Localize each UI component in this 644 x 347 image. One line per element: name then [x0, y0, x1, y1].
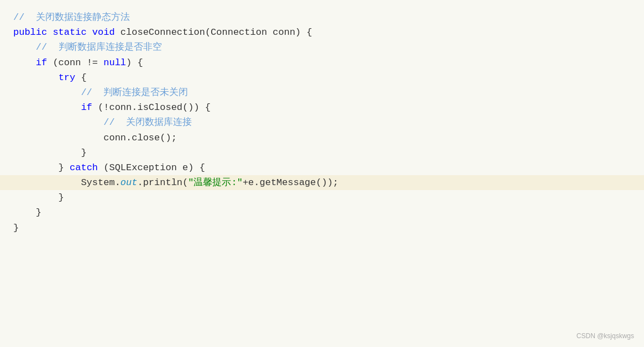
code-token: }	[13, 160, 70, 175]
code-token: void	[92, 25, 115, 40]
code-token: // 关闭数据连接静态方法	[13, 10, 130, 25]
code-line: public static void closeConnection(Conne…	[13, 25, 631, 40]
code-token: if	[81, 100, 92, 115]
code-token: // 判断连接是否未关闭	[13, 85, 188, 100]
code-line: try {	[13, 70, 631, 85]
code-token: static	[53, 25, 86, 40]
code-line: }	[13, 190, 631, 205]
code-token: +e.getMessage());	[243, 175, 338, 190]
code-token: // 关闭数据库连接	[13, 115, 192, 130]
code-line: System.out.println("温馨提示:"+e.getMessage(…	[0, 175, 644, 190]
code-lines: // 关闭数据连接静态方法public static void closeCon…	[13, 10, 631, 235]
code-token: ) {	[126, 55, 143, 70]
code-line: } catch (SQLException e) {	[13, 160, 631, 175]
code-line: }	[13, 205, 631, 220]
code-token	[13, 100, 81, 115]
code-token: "温馨提示:"	[188, 175, 243, 190]
code-token: if	[36, 55, 47, 70]
code-line: if (conn != null) {	[13, 55, 631, 70]
code-line: if (!conn.isClosed()) {	[13, 100, 631, 115]
code-line: }	[13, 145, 631, 160]
code-token: try	[59, 70, 76, 85]
code-token	[87, 25, 92, 40]
code-token: (conn !=	[47, 55, 103, 70]
code-token: }	[13, 145, 87, 160]
code-token: (!conn.isClosed()) {	[92, 100, 211, 115]
code-token: }	[13, 220, 19, 235]
code-token: // 判断数据库连接是否非空	[13, 40, 162, 55]
code-token: conn.close();	[13, 130, 177, 145]
code-line: // 关闭数据连接静态方法	[13, 10, 631, 25]
code-token	[13, 70, 59, 85]
code-token: catch	[70, 160, 98, 175]
code-line: // 判断连接是否未关闭	[13, 85, 631, 100]
code-token: }	[13, 205, 41, 220]
code-token: out	[121, 175, 138, 190]
code-line: // 关闭数据库连接	[13, 115, 631, 130]
code-line: }	[13, 220, 631, 235]
code-token	[47, 25, 53, 40]
code-line: conn.close();	[13, 130, 631, 145]
code-token: null	[103, 55, 126, 70]
code-token	[13, 55, 36, 70]
code-token: (SQLException e) {	[98, 160, 205, 175]
code-token: System.	[13, 175, 121, 190]
code-line: // 判断数据库连接是否非空	[13, 40, 631, 55]
code-token: {	[75, 70, 86, 85]
code-block: // 关闭数据连接静态方法public static void closeCon…	[0, 0, 644, 347]
code-token: closeConnection(Connection conn) {	[115, 25, 312, 40]
watermark: CSDN @ksjqskwgs	[577, 331, 634, 341]
code-token: }	[13, 190, 64, 205]
code-token: public	[13, 25, 47, 40]
code-token: .println(	[137, 175, 188, 190]
